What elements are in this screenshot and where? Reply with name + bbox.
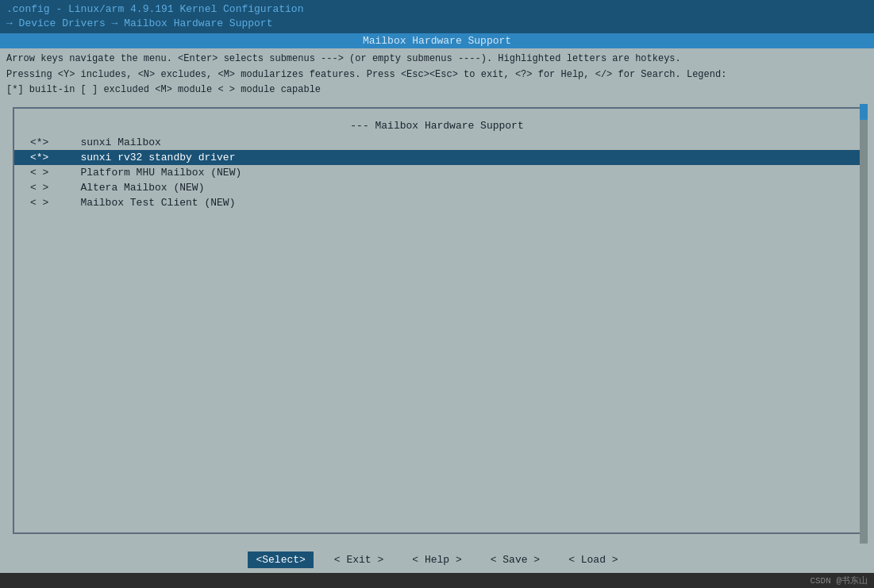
menu-item-mailbox-test[interactable]: < > Mailbox Test Client (NEW) xyxy=(14,195,860,210)
instructions-panel: Arrow keys navigate the menu. <Enter> se… xyxy=(0,48,874,101)
breadcrumb-path: → Device Drivers → Mailbox Hardware Supp… xyxy=(6,17,868,31)
menu-item-label: sunxi Mailbox xyxy=(62,136,161,148)
scrollbar-thumb[interactable] xyxy=(860,104,868,120)
menu-item-indicator: < > xyxy=(30,197,62,209)
watermark: CSDN @书东山 xyxy=(0,573,874,588)
instruction-line3: [*] built-in [ ] excluded <M> module < >… xyxy=(6,83,868,98)
instruction-line2: Pressing <Y> includes, <N> excludes, <M>… xyxy=(6,67,868,83)
menu-item-indicator: < > xyxy=(30,167,62,179)
exit-button[interactable]: < Exit > xyxy=(326,551,391,568)
menu-title: --- Mailbox Hardware Support xyxy=(14,117,860,135)
menu-item-altera[interactable]: < > Altera Mailbox (NEW) xyxy=(14,180,860,195)
page-header: Mailbox Hardware Support xyxy=(0,33,874,48)
menu-item-label: sunxi rv32 standby driver xyxy=(62,152,235,163)
page-title: Mailbox Hardware Support xyxy=(363,35,511,47)
menu-item-indicator: <*> xyxy=(30,152,62,163)
scrollbar[interactable] xyxy=(860,104,868,544)
menu-item-indicator: < > xyxy=(30,182,62,194)
menu-item-indicator: <*> xyxy=(30,136,62,148)
menu-item-label: Platform MHU Mailbox (NEW) xyxy=(62,167,241,179)
instruction-line1: Arrow keys navigate the menu. <Enter> se… xyxy=(6,52,868,67)
select-button[interactable]: <Select> xyxy=(248,551,313,568)
menu-box: --- Mailbox Hardware Support <*> sunxi M… xyxy=(13,107,861,534)
menu-item-label: Mailbox Test Client (NEW) xyxy=(62,197,235,209)
menu-item-sunxi-rv32[interactable]: <*> sunxi rv32 standby driver xyxy=(14,150,860,165)
help-button[interactable]: < Help > xyxy=(404,551,469,568)
menu-item-sunxi-mailbox[interactable]: <*> sunxi Mailbox xyxy=(14,135,860,150)
title-bar: .config - Linux/arm 4.9.191 Kernel Confi… xyxy=(0,0,874,33)
menu-item-label: Altera Mailbox (NEW) xyxy=(62,182,204,194)
save-button[interactable]: < Save > xyxy=(483,551,548,568)
main-content: --- Mailbox Hardware Support <*> sunxi M… xyxy=(0,101,874,547)
menu-item-platform-mhu[interactable]: < > Platform MHU Mailbox (NEW) xyxy=(14,165,860,180)
load-button[interactable]: < Load > xyxy=(560,551,626,568)
bottom-bar: <Select> < Exit > < Help > < Save > < Lo… xyxy=(0,547,874,573)
config-title: .config - Linux/arm 4.9.191 Kernel Confi… xyxy=(6,2,868,17)
app: .config - Linux/arm 4.9.191 Kernel Confi… xyxy=(0,0,874,588)
